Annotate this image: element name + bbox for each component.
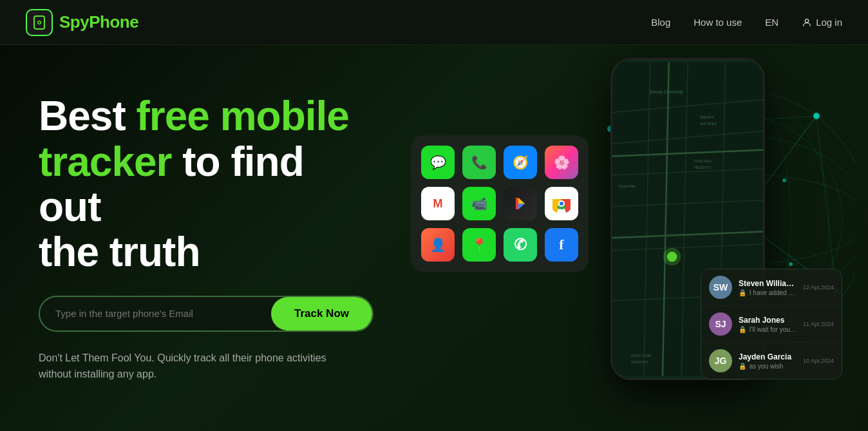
svg-point-22 — [782, 178, 786, 182]
app-icon-contacts: 👤 — [421, 228, 455, 262]
app-icon-safari: 🧭 — [504, 146, 537, 179]
app-icon-phone: 📞 — [462, 146, 496, 179]
hero-left: Best free mobile tracker to find out the… — [0, 55, 399, 421]
spy-icon — [32, 15, 47, 30]
svg-point-17 — [813, 113, 820, 119]
headline-truth: the truth — [39, 229, 200, 275]
login-button[interactable]: Log in — [802, 17, 842, 28]
app-icon-facetime: 📹 — [462, 187, 496, 220]
lang-link[interactable]: EN — [765, 17, 778, 28]
app-icon-play — [504, 187, 537, 220]
avatar-steven: SW — [709, 276, 732, 299]
logo[interactable]: SpyPhone — [26, 9, 138, 36]
message-content-2: Sarah Jones 🔒 I'll wait for you at the o… — [739, 316, 797, 333]
hero-right: Emory University EMORY ESTATES CHELSEA H… — [385, 45, 868, 431]
message-item-1: SW Steven Williams 🔒 I have added you 12… — [701, 269, 842, 306]
svg-point-3 — [805, 19, 808, 22]
app-grid-overlay: 💬 📞 🧭 🌸 M 📹 👤 📍 ✆ — [411, 135, 589, 272]
app-icon-chrome — [545, 187, 578, 220]
svg-line-15 — [816, 116, 836, 290]
msg-text-2: 🔒 I'll wait for you at the old place — [739, 326, 797, 333]
how-to-use-link[interactable]: How to use — [693, 17, 742, 28]
svg-point-23 — [789, 262, 793, 266]
avatar-jayden: JG — [709, 349, 732, 372]
user-icon — [802, 17, 812, 28]
headline-free-mobile: free mobile — [137, 93, 349, 139]
logo-icon — [26, 9, 53, 36]
msg-text-1: 🔒 I have added you — [739, 289, 797, 296]
hero-headline: Best free mobile tracker to find out the… — [39, 93, 373, 275]
email-input[interactable] — [40, 298, 271, 329]
headline-tracker: tracker — [39, 139, 172, 185]
search-bar: Track Now — [39, 296, 373, 332]
nav-item-lang[interactable]: EN — [765, 17, 778, 28]
svg-text:Emory University: Emory University — [650, 90, 684, 95]
svg-text:HEIGHTS: HEIGHTS — [631, 360, 648, 364]
app-icon-gmail: M — [421, 187, 455, 220]
msg-date-2: 11 Apr,2024 — [803, 321, 834, 327]
nav-item-blog[interactable]: Blog — [651, 17, 670, 28]
msg-name-2: Sarah Jones — [739, 316, 797, 325]
blog-link[interactable]: Blog — [651, 17, 670, 28]
navbar: SpyPhone Blog How to use EN Log in — [0, 0, 868, 45]
svg-text:HEIGHTS: HEIGHTS — [694, 166, 711, 169]
headline-best: Best — [39, 93, 137, 139]
msg-name-3: Jayden Garcia — [739, 352, 797, 361]
app-icon-photos: 🌸 — [545, 146, 578, 179]
app-icon-facebook: f — [545, 228, 578, 262]
svg-text:CHELSEA: CHELSEA — [694, 159, 712, 163]
logo-text: SpyPhone — [59, 12, 138, 32]
svg-text:EMORY: EMORY — [701, 115, 714, 119]
svg-text:Druid Hills: Druid Hills — [619, 184, 636, 188]
svg-point-44 — [663, 248, 681, 265]
svg-point-53 — [560, 202, 563, 206]
svg-marker-49 — [518, 198, 525, 204]
msg-name-1: Steven Williams — [739, 279, 797, 288]
app-icon-messages: 💬 — [421, 146, 455, 179]
nav-item-how-to-use[interactable]: How to use — [693, 17, 742, 28]
app-icon-whatsapp: ✆ — [504, 228, 537, 262]
login-label: Log in — [816, 17, 842, 28]
svg-point-2 — [39, 21, 41, 23]
nav-item-login[interactable]: Log in — [802, 17, 842, 28]
track-button[interactable]: Track Now — [271, 297, 372, 330]
msg-date-1: 12 Apr,2024 — [803, 284, 834, 291]
msg-date-3: 10 Apr,2024 — [803, 358, 834, 364]
hero-section: Best free mobile tracker to find out the… — [0, 45, 868, 431]
svg-marker-50 — [518, 204, 525, 209]
message-content-1: Steven Williams 🔒 I have added you — [739, 279, 797, 296]
message-content-3: Jayden Garcia 🔒 as you wish — [739, 352, 797, 370]
svg-text:ESTATES: ESTATES — [701, 122, 717, 126]
hero-subtext: Don't Let Them Fool You. Quickly track a… — [39, 350, 361, 383]
svg-text:EASTLAND: EASTLAND — [631, 354, 651, 358]
messages-overlay: SW Steven Williams 🔒 I have added you 12… — [701, 269, 842, 379]
message-item-3: JG Jayden Garcia 🔒 as you wish 10 Apr,20… — [701, 343, 842, 379]
app-icon-maps: 📍 — [462, 228, 496, 262]
nav-links: Blog How to use EN Log in — [651, 17, 842, 28]
message-item-2: SJ Sarah Jones 🔒 I'll wait for you at th… — [701, 306, 842, 343]
msg-text-3: 🔒 as you wish — [739, 363, 797, 370]
svg-marker-48 — [516, 198, 518, 209]
avatar-sarah: SJ — [709, 312, 732, 336]
